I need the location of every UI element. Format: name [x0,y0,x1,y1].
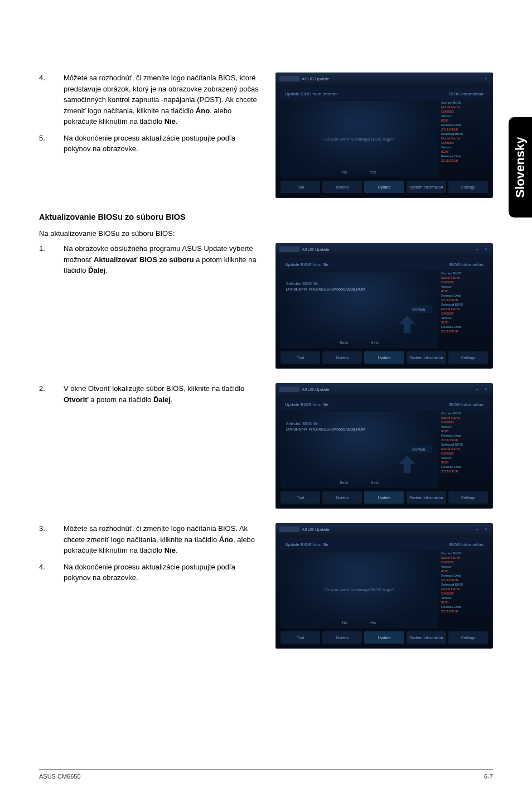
bottom-nav-button[interactable]: Tool [280,491,320,504]
bottom-nav: ToolMonitorUpdateSystem InformationSetti… [280,351,488,364]
list-item-body: V okne Otvoriť lokalizujte súbor BIOS, k… [64,383,262,405]
window-subheader: Update BIOS from fileBIOS Information [280,398,488,410]
subheader-right: BIOS Information [449,262,483,267]
minimize-icon[interactable]: – [474,386,481,392]
dialog-nav: BackNext [340,341,379,345]
file-path-label: Selected BIOS file [286,282,432,286]
window-body: Do you want to change BIOS logo?NoYesCur… [280,552,488,628]
bottom-nav-button[interactable]: System Information [407,181,446,193]
subheader-left: Update BIOS from file [285,262,328,267]
dialog-nav-button[interactable]: No [342,621,347,625]
bios-info-line: CM6650 [441,141,488,144]
bottom-nav-button[interactable]: Update [364,181,404,193]
window-title: ASUS Update [302,527,330,532]
list-item-body: Na obrazovke obslužného programu ASUS Up… [64,243,262,276]
close-icon[interactable]: × [482,247,489,252]
bottom-nav-button[interactable]: Settings [448,631,488,644]
subheader-right: BIOS Information [449,91,483,96]
bios-info-line: Release Date [441,123,488,127]
bottom-nav-button[interactable]: Monitor [322,631,362,644]
window-subheader: Update BIOS from fileBIOS Information [280,258,488,270]
bios-info-line: Selected BIOS [441,132,488,136]
bottom-nav: ToolMonitorUpdateSystem InformationSetti… [280,631,488,644]
bios-info-line: Version [441,565,488,568]
bottom-nav-button[interactable]: Update [364,491,404,504]
minimize-icon[interactable]: – [474,247,481,252]
asus-logo [279,526,299,532]
bios-info-line: 0208 [441,119,488,122]
bios-info-panel: Current BIOSModel NameCM6650Version0208R… [441,552,488,628]
window-subheader: Update BIOS from fileBIOS Information [280,538,488,550]
file-path-value: D:\P8H67-M PRO-ASUS-CM6650-0208.ROM [286,427,432,431]
file-path-value: D:\P8H67-M PRO-ASUS-CM6650-0208.ROM [286,287,432,291]
bios-info-line: 0208 [441,569,488,573]
dialog-nav-button[interactable]: No [342,170,347,174]
screenshot-4: ASUS Update–×Update BIOS from fileBIOS I… [275,523,493,649]
window-title: ASUS Update [302,387,330,392]
bottom-nav-button[interactable]: Monitor [322,491,362,504]
window-main-panel: Selected BIOS fileD:\P8H67-M PRO-ASUS-CM… [280,412,438,488]
bottom-nav-button[interactable]: Monitor [322,351,362,364]
bios-info-line: 0208 [441,289,488,293]
bios-info-line: Release Date [441,154,488,158]
bottom-nav-button[interactable]: Monitor [322,181,362,193]
dialog-nav-button[interactable]: Yes [370,170,376,174]
browse-button[interactable]: Browse [405,305,432,313]
bios-info-line: Model Name [441,416,488,419]
bios-info-line: Current BIOS [441,272,488,275]
bottom-nav-button[interactable]: Settings [448,351,488,364]
bios-info-line: 2011/03/18 [441,438,488,442]
window-titlebar: ASUS Update–× [276,73,492,84]
list-item-body: Môžete sa rozhodnúť, či zmeníte logo nač… [64,523,262,556]
asus-logo [279,386,299,392]
file-path-row: Selected BIOS fileD:\P8H67-M PRO-ASUS-CM… [286,422,432,431]
bios-info-line: Release Date [441,434,488,437]
screenshot-2: ASUS Update–×Update BIOS from fileBIOS I… [275,243,493,369]
list-item: 2.V okne Otvoriť lokalizujte súbor BIOS,… [39,383,262,405]
row-4: 3.Môžete sa rozhodnúť, či zmeníte logo n… [39,523,493,649]
dialog-nav-button[interactable]: Back [340,481,349,485]
close-icon[interactable]: × [482,386,489,392]
close-icon[interactable]: × [482,526,489,532]
browse-button[interactable]: Browse [405,445,432,453]
asus-logo [279,247,299,252]
window-title: ASUS Update [302,247,330,252]
subheader-right: BIOS Information [449,402,483,407]
bottom-nav-button[interactable]: System Information [407,491,446,504]
dialog-nav-button[interactable]: Next [371,481,379,485]
list-item: 3.Môžete sa rozhodnúť, či zmeníte logo n… [39,523,262,556]
window-titlebar: ASUS Update–× [276,244,492,255]
dialog-nav-button[interactable]: Back [340,341,349,345]
bottom-nav-button[interactable]: Tool [280,351,320,364]
bottom-nav-button[interactable]: Update [364,351,404,364]
subheader-left: Update BIOS from file [285,542,328,547]
row-2: 1.Na obrazovke obslužného programu ASUS … [39,243,493,369]
dialog-nav-button[interactable]: Next [371,341,379,345]
bios-info-line: 2011/03/18 [441,298,488,302]
bios-info-line: Version [441,146,488,149]
window-subheader: Update BIOS from InternetBIOS Informatio… [280,88,488,100]
bios-info-line: Version [441,596,488,600]
bottom-nav-button[interactable]: Tool [280,181,320,193]
bios-info-panel: Current BIOSModel NameCM6650Version0208R… [441,272,488,348]
list-item: 4.Môžete sa rozhodnúť, či zmeníte logo n… [39,73,262,127]
minimize-icon[interactable]: – [474,526,481,532]
bottom-nav-button[interactable]: Tool [280,631,320,644]
prompt-text: Do you want to change BIOS logo? [325,137,394,142]
bios-info-line: Version [441,285,488,288]
bottom-nav-button[interactable]: System Information [407,351,446,364]
window-body: Do you want to change BIOS logo?NoYesCur… [280,101,488,177]
bios-info-line: Version [441,456,488,460]
bottom-nav-button[interactable]: Settings [448,181,488,193]
minimize-icon[interactable]: – [474,76,481,81]
bottom-nav-button[interactable]: Settings [448,491,488,504]
asus-logo [279,76,299,81]
bottom-nav-button[interactable]: System Information [407,631,446,644]
bios-info-line: 2011/03/18 [441,578,488,582]
footer-right: 6-7 [484,773,493,780]
dialog-nav-button[interactable]: Yes [370,621,376,625]
bottom-nav: ToolMonitorUpdateSystem InformationSetti… [280,181,488,193]
bios-info-line: Release Date [441,605,488,608]
bottom-nav-button[interactable]: Update [364,631,404,644]
close-icon[interactable]: × [482,76,489,81]
